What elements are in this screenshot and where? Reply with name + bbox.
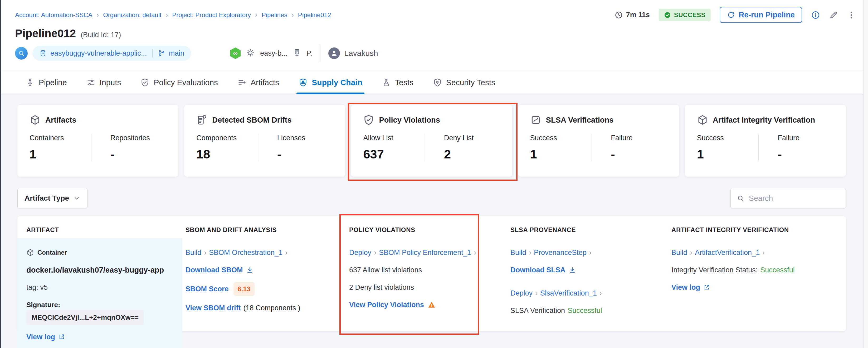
clock-icon — [615, 11, 623, 19]
view-log-label: View log — [26, 332, 55, 342]
stat-value: 1 — [697, 147, 758, 161]
external-link-icon — [703, 284, 710, 291]
breadcrumb: Account: Automation-SSCA Organization: d… — [15, 11, 331, 19]
column-header-policy-violations: POLICY VIOLATIONS — [346, 216, 507, 238]
policy-evaluations-icon — [141, 78, 149, 87]
service-name: P. — [306, 49, 312, 57]
tab-pipeline[interactable]: Pipeline — [26, 71, 67, 94]
user-name: Lavakush — [344, 49, 378, 58]
build-id: (Build Id: 17) — [81, 31, 121, 39]
stat-label: Containers — [30, 134, 91, 142]
stat-components: Components 18 — [196, 134, 258, 161]
slsa-step-link[interactable]: ProvenanceStep — [534, 247, 587, 258]
breadcrumb-project[interactable]: Project: Product Exploratory — [172, 11, 251, 19]
slsa-stage-link[interactable]: Build — [510, 247, 526, 258]
stat-value: 1 — [30, 147, 91, 161]
stat-label: Failure — [611, 134, 667, 142]
breadcrumb-pipeline012[interactable]: Pipeline012 — [298, 11, 331, 19]
view-log-link[interactable]: View log — [672, 282, 710, 293]
stat-allow-list: Allow List 637 — [363, 134, 425, 161]
view-log-link[interactable]: View log — [26, 332, 65, 342]
repo-branch-pill[interactable]: easybuggy-vulnerable-applic... main — [32, 46, 191, 61]
stat-value: 1 — [530, 147, 592, 161]
sbom-step-link[interactable]: SBOM Orchestration_1 — [209, 247, 282, 258]
info-button[interactable] — [811, 10, 820, 20]
card-title: Artifact Integrity Verification — [713, 116, 815, 124]
chevron-right-icon — [285, 247, 287, 258]
artifact-type-dropdown[interactable]: Artifact Type — [18, 188, 88, 209]
stat-licenses: Licenses - — [258, 134, 333, 161]
tab-artifacts[interactable]: Artifacts — [238, 71, 279, 94]
stat-value: - — [277, 147, 333, 161]
search-icon — [18, 50, 25, 56]
cell-artifact: Container docker.io/lavakush07/easy-bugg… — [18, 238, 182, 348]
tab-security-tests[interactable]: Security Tests — [433, 71, 495, 94]
view-policy-violations-link[interactable]: View Policy Violations — [349, 299, 424, 310]
tab-tests[interactable]: Tests — [382, 71, 413, 94]
stat-repositories: Repositories - — [91, 134, 166, 161]
deny-list-violations: 2 Deny list violations — [349, 282, 501, 293]
tests-icon — [382, 78, 391, 87]
execution-source-icon — [15, 47, 28, 60]
stat-label: Repositories — [111, 134, 166, 142]
integrity-status-line: Integrity Verification Status: Successfu… — [672, 265, 840, 275]
slsa-verification-step-line: Deploy SlsaVerification_1 — [510, 288, 662, 298]
download-sbom-link[interactable]: Download SBOM — [186, 265, 253, 275]
integrity-step-link[interactable]: ArtifactVerification_1 — [695, 247, 760, 258]
sbom-step-line: Build SBOM Orchestration_1 — [186, 247, 339, 258]
view-policy-violations-line: View Policy Violations — [349, 299, 501, 310]
stat-value: 2 — [444, 147, 500, 161]
card-title: Artifacts — [45, 116, 76, 124]
pipeline-icon — [26, 78, 34, 87]
stat-label: Allow List — [363, 134, 425, 142]
slsa-verify-step-link[interactable]: SlsaVerification_1 — [540, 288, 597, 298]
sbom-stage-link[interactable]: Build — [186, 247, 201, 258]
cell-artifact-integrity: Build ArtifactVerification_1 Integrity V… — [668, 238, 846, 348]
search-input[interactable] — [749, 194, 839, 203]
filter-row: Artifact Type — [18, 188, 846, 209]
breadcrumb-pipelines[interactable]: Pipelines — [262, 11, 287, 19]
sbom-score-link[interactable]: SBOM Score — [186, 284, 229, 294]
security-tests-icon — [433, 78, 442, 87]
tab-policy-evaluations[interactable]: Policy Evaluations — [141, 71, 218, 94]
card-title: Policy Violations — [379, 116, 440, 124]
service-icon — [293, 49, 301, 57]
download-icon — [246, 266, 253, 274]
chevron-right-icon — [690, 247, 692, 258]
stat-containers: Containers 1 — [30, 134, 91, 161]
slsa-verification-status-line: SLSA Verification Successful — [510, 305, 662, 316]
scrollbar[interactable] — [863, 0, 868, 348]
person-icon — [330, 49, 338, 57]
warning-icon — [428, 301, 436, 309]
column-header-integrity: ARTIFACT INTEGRITY VERIFICATION — [668, 216, 846, 238]
card-policy-violations: Policy Violations Allow List 637 Deny Li… — [351, 105, 512, 177]
stat-value: 637 — [363, 147, 425, 161]
download-slsa-line: Download SLSA — [510, 265, 662, 275]
execution-meta-row: easybuggy-vulnerable-applic... main easy… — [1, 40, 863, 62]
tab-inputs[interactable]: Inputs — [87, 71, 121, 94]
chevron-right-icon — [166, 11, 168, 19]
chevron-right-icon — [96, 11, 99, 19]
sbom-score-badge: 6.13 — [234, 282, 255, 296]
stat-label: Success — [697, 134, 758, 142]
window-left-edge — [0, 0, 1, 348]
rerun-pipeline-button[interactable]: Re-run Pipeline — [720, 7, 802, 23]
chevron-right-icon — [291, 11, 294, 19]
policy-step-link[interactable]: SBOM Policy Enforcement_1 — [379, 247, 471, 258]
breadcrumb-organization[interactable]: Organization: default — [103, 11, 161, 19]
integrity-stage-link[interactable]: Build — [672, 247, 687, 258]
slsa-status-label: SLSA Verification — [510, 305, 565, 316]
tab-supply-chain[interactable]: Supply Chain — [299, 71, 362, 94]
info-icon — [811, 10, 820, 20]
stat-deny-list: Deny List 2 — [425, 134, 500, 161]
breadcrumb-account[interactable]: Account: Automation-SSCA — [15, 11, 92, 19]
view-sbom-drift-link[interactable]: View SBOM drift — [186, 303, 241, 313]
edit-pipeline-button[interactable] — [829, 10, 838, 20]
more-options-button[interactable] — [847, 10, 856, 20]
download-icon — [569, 266, 576, 274]
policy-stage-link[interactable]: Deploy — [349, 247, 371, 258]
chevron-right-icon — [255, 11, 257, 19]
slsa-verify-stage-link[interactable]: Deploy — [510, 288, 532, 298]
download-slsa-link[interactable]: Download SLSA — [510, 265, 576, 275]
cell-slsa-provenance: Build ProvenanceStep Download SLSA Deplo… — [507, 238, 668, 348]
